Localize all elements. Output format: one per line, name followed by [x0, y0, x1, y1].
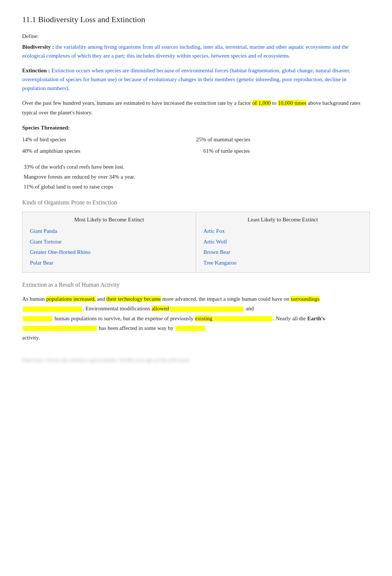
- biodiversity-definition: Biodiversity : the variability among liv…: [22, 42, 370, 60]
- extinction-human-section: Extinction as a Result of Human Activity…: [22, 282, 370, 342]
- tree-kangaroo: Tree Kangaroo: [203, 258, 362, 268]
- greater-one-horned-rhino: Greater One-Horned Rhino: [30, 247, 188, 258]
- para-start: As human: [22, 296, 46, 302]
- extinction-rate-start: Over the past few hundred years, humans …: [22, 100, 252, 106]
- earths-bold: Earth's: [307, 315, 325, 321]
- human-word: human: [53, 315, 70, 321]
- kinds-section: Kinds of Organisms Prone to Extinction M…: [22, 199, 370, 273]
- extinction-def-text: Extinction occurs when species are dimin…: [22, 68, 350, 91]
- define-label: Define:: [22, 33, 370, 39]
- para-affected: been affected in some way by: [106, 325, 175, 331]
- global-land-stat: 11% of global land is used to raise crop…: [24, 182, 370, 192]
- mangrove-stat: Mangrove forests are reduced by over 34%…: [24, 172, 370, 182]
- blank-allowed: [170, 307, 244, 312]
- activity-text: activity.: [22, 335, 40, 341]
- existing-highlight: existing: [195, 315, 213, 321]
- page-title: 11.1 Biodiversity Loss and Extinction: [22, 15, 370, 24]
- mammal-species-stat: 25% of mammal species: [196, 135, 370, 145]
- coral-reef-stat: 33% of the world's coral reefs have been…: [24, 162, 370, 172]
- blank-human-pre: [23, 316, 52, 321]
- blank-existing: [213, 316, 272, 321]
- brown-bear: Brown Bear: [203, 247, 362, 258]
- most-likely-col: Most Likely to Become Extinct Giant Pand…: [23, 212, 196, 272]
- least-likely-col: Least Likely to Become Extinct Artic Fox…: [196, 212, 369, 272]
- biodiversity-term: Biodiversity :: [22, 44, 54, 50]
- artic-wolf: Artic Wolf: [203, 237, 362, 247]
- amphibian-species-stat: 40% of amphibian species: [22, 146, 196, 156]
- para-and: and: [96, 296, 106, 302]
- blank-activity: [176, 326, 205, 331]
- para-survive: populations to survive, but at the expen…: [70, 315, 195, 321]
- extinction-term: Extinction :: [22, 68, 50, 73]
- kinds-header: Kinds of Organisms Prone to Extinction: [22, 199, 370, 206]
- extinction-definition: Extinction : Extinction occurs when spec…: [22, 66, 370, 93]
- period-nearly: . Nearly all the: [273, 315, 307, 321]
- period-env: . Environmental modifications: [83, 306, 152, 311]
- blank-earths: [23, 326, 97, 331]
- blank-surroundings: [23, 307, 82, 312]
- para-advanced: more advanced, the impact a single human…: [161, 296, 291, 302]
- populations-increased: populations increased,: [46, 296, 96, 302]
- allowed-highlight: allowed: [152, 306, 169, 311]
- most-likely-header: Most Likely to Become Extinct: [30, 217, 188, 223]
- has-text: has: [97, 325, 106, 331]
- bird-species-stat: 14% of bird species: [22, 135, 196, 145]
- giant-panda: Giant Panda: [30, 226, 188, 237]
- technology-became: their technology became: [106, 296, 161, 302]
- highlight-10000: 10,000 times: [278, 100, 307, 106]
- giant-tortoise: Giant Tortoise: [30, 237, 188, 247]
- turtle-species-stat: 61% of turtle species: [196, 146, 370, 156]
- biodiversity-def-text: the variability among living organisms f…: [22, 44, 348, 59]
- least-likely-header: Least Likely to Become Extinct: [203, 217, 362, 223]
- para-and2: and: [244, 306, 254, 311]
- human-activity-paragraph: As human populations increased, and thei…: [22, 294, 370, 342]
- surroundings-highlight: surroundings: [290, 296, 319, 302]
- extinction-human-header: Extinction as a Result of Human Activity: [22, 282, 370, 288]
- species-stats-grid: 14% of bird species 25% of mammal specie…: [22, 135, 370, 156]
- extinction-rate-middle: to: [271, 100, 278, 106]
- blurred-bottom-text: Polar bears: Wwent into existence approx…: [22, 357, 370, 363]
- extinction-rate-paragraph: Over the past few hundred years, humans …: [22, 99, 370, 117]
- highlight-1000: of 1,000: [252, 100, 271, 106]
- extinction-table: Most Likely to Become Extinct Giant Pand…: [22, 212, 370, 273]
- polar-bear: Polar Bear: [30, 258, 188, 268]
- artic-fox: Artic Fox: [203, 226, 362, 237]
- table-inner: Most Likely to Become Extinct Giant Pand…: [23, 212, 369, 272]
- species-threatened-header: Species Threatened:: [22, 125, 370, 131]
